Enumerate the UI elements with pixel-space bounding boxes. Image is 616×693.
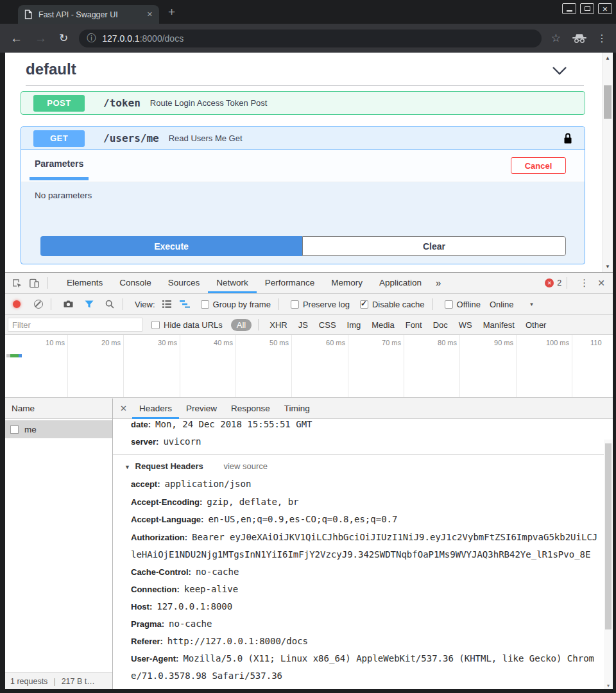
filter-pill-all[interactable]: All	[231, 319, 252, 331]
devtools-tab-sources[interactable]: Sources	[160, 273, 209, 293]
devtools-tab-console[interactable]: Console	[111, 273, 160, 293]
check-icon: ✓	[361, 299, 367, 308]
disable-cache-checkbox[interactable]: ✓	[360, 300, 368, 309]
detail-tab-timing[interactable]: Timing	[277, 398, 317, 419]
gridline	[291, 335, 292, 397]
devtools-menu-icon[interactable]: ⋮	[572, 277, 596, 289]
inspect-element-icon[interactable]	[12, 278, 22, 289]
chevron-down-icon[interactable]	[552, 66, 567, 75]
site-info-icon[interactable]: ⓘ	[87, 33, 96, 44]
filter-pill-css[interactable]: CSS	[319, 320, 336, 330]
detail-tab-headers[interactable]: Headers	[132, 398, 179, 419]
new-tab-button[interactable]: +	[168, 5, 175, 19]
bookmark-star-icon[interactable]: ☆	[551, 31, 561, 45]
requests-count: 1 requests	[10, 677, 47, 686]
devtools-tab-performance[interactable]: Performance	[257, 273, 323, 293]
timeline-tick: 110	[590, 339, 602, 346]
error-badge-icon[interactable]: ✕	[545, 278, 554, 287]
record-button[interactable]	[13, 300, 21, 308]
more-tabs-icon[interactable]: »	[430, 273, 447, 293]
filter-pill-img[interactable]: Img	[347, 320, 361, 330]
throttling-select[interactable]: Online	[490, 300, 514, 309]
hide-data-urls-checkbox[interactable]	[151, 321, 160, 329]
request-headers-section[interactable]: ▼ Request Headers view source	[124, 458, 268, 476]
overview-waterfall-icon[interactable]	[180, 300, 191, 309]
timeline-tick: 30 ms	[132, 339, 177, 346]
collapse-triangle-icon[interactable]: ▼	[124, 464, 130, 470]
scrollbar-thumb[interactable]	[605, 443, 612, 629]
page-scrollbar[interactable]: ▲ ▼	[602, 53, 613, 272]
preserve-log-label[interactable]: Preserve log	[303, 300, 350, 309]
file-icon	[10, 425, 19, 434]
timeline-tick: 90 ms	[468, 339, 513, 346]
timeline-tick: 40 ms	[188, 339, 233, 346]
group-by-frame-label[interactable]: Group by frame	[213, 300, 271, 309]
group-by-frame-checkbox[interactable]	[201, 300, 209, 309]
devtools-tab-memory[interactable]: Memory	[323, 273, 371, 293]
name-column-header[interactable]: Name	[5, 398, 112, 419]
scroll-down-icon[interactable]: ▼	[603, 264, 613, 270]
tab-close-icon[interactable]: ✕	[147, 10, 153, 19]
clear-log-icon[interactable]	[34, 300, 43, 309]
devtools-close-icon[interactable]: ✕	[596, 278, 613, 288]
filter-funnel-icon[interactable]	[84, 299, 94, 309]
scrollbar-thumb[interactable]	[604, 85, 612, 119]
devtools-tab-network[interactable]: Network	[208, 273, 257, 293]
detail-scrollbar[interactable]: ▼	[604, 440, 613, 689]
filter-pill-doc[interactable]: Doc	[433, 320, 448, 330]
list-view-icon[interactable]	[162, 300, 172, 309]
offline-label[interactable]: Offline	[457, 300, 481, 309]
device-toolbar-icon[interactable]	[29, 278, 40, 289]
reload-button[interactable]: ↻	[59, 31, 68, 45]
filter-pill-xhr[interactable]: XHR	[270, 320, 287, 330]
filter-pill-js[interactable]: JS	[298, 320, 308, 330]
transferred-size: 217 B t…	[62, 677, 95, 686]
filter-pill-media[interactable]: Media	[372, 320, 394, 330]
execute-button[interactable]: Execute	[40, 236, 302, 256]
view-source-link[interactable]: view source	[223, 461, 268, 471]
receiving-segment	[10, 354, 19, 357]
filter-pill-font[interactable]: Font	[406, 320, 422, 330]
clear-button[interactable]: Clear	[302, 236, 566, 256]
preserve-log-checkbox[interactable]	[291, 300, 299, 309]
filter-pill-manifest[interactable]: Manifest	[483, 320, 515, 330]
request-waterfall-bar[interactable]	[6, 354, 22, 357]
scroll-down-icon[interactable]: ▼	[604, 683, 613, 688]
error-count: 2	[557, 278, 561, 287]
network-filter-input[interactable]	[8, 318, 142, 332]
lock-icon[interactable]	[563, 132, 572, 144]
scroll-up-icon[interactable]: ▲	[603, 55, 613, 61]
detail-tab-response[interactable]: Response	[224, 398, 277, 419]
capture-screenshots-icon[interactable]	[63, 299, 74, 309]
close-detail-icon[interactable]: ✕	[120, 404, 127, 413]
detail-tab-preview[interactable]: Preview	[179, 398, 224, 419]
search-icon[interactable]	[105, 299, 115, 309]
request-header-line: Referer:http://127.0.0.1:8000/docs	[131, 633, 599, 650]
request-row-me[interactable]: me	[5, 420, 112, 438]
endpoint-path: /users/me	[103, 132, 159, 144]
dropdown-arrow-icon[interactable]: ▼	[529, 302, 534, 307]
network-overview-timeline[interactable]: 10 ms 20 ms 30 ms 40 ms 50 ms 60 ms 70 m…	[5, 335, 613, 398]
response-header-line: date:Mon, 24 Dec 2018 15:55:51 GMT	[131, 419, 599, 433]
window-maximize-button[interactable]	[580, 3, 594, 14]
browser-titlebar: Fast API - Swagger UI ✕ + ✕	[0, 0, 616, 24]
devtools-tab-elements[interactable]: Elements	[58, 273, 111, 293]
forward-button[interactable]: →	[35, 31, 47, 46]
request-headers-title: Request Headers	[135, 461, 203, 471]
browser-tab[interactable]: Fast API - Swagger UI ✕	[18, 5, 159, 24]
filter-pill-other[interactable]: Other	[526, 320, 547, 330]
address-bar[interactable]: ⓘ 127.0.0.1 :8000/docs	[79, 30, 542, 47]
window-close-button[interactable]: ✕	[598, 3, 612, 14]
endpoint-get-users-me[interactable]: GET /users/me Read Users Me Get	[21, 127, 585, 150]
hide-data-urls-label[interactable]: Hide data URLs	[164, 320, 223, 330]
devtools-tab-application[interactable]: Application	[371, 273, 430, 293]
offline-checkbox[interactable]	[445, 300, 453, 309]
back-button[interactable]: ←	[10, 31, 22, 46]
filter-pill-ws[interactable]: WS	[459, 320, 472, 330]
disable-cache-label[interactable]: Disable cache	[372, 300, 425, 309]
window-minimize-button[interactable]	[562, 3, 576, 14]
cancel-button[interactable]: Cancel	[511, 157, 566, 174]
endpoint-post-token[interactable]: POST /token Route Login Access Token Pos…	[21, 91, 585, 115]
browser-menu-icon[interactable]: ⋮	[597, 32, 607, 44]
section-title: default	[26, 60, 76, 78]
